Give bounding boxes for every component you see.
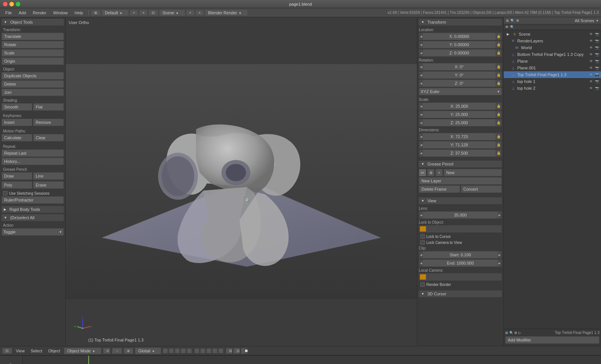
tt-visibility[interactable]: 👁 <box>588 72 593 77</box>
layer-3[interactable]: · <box>175 348 180 353</box>
clip-end-field[interactable]: ◀ End: 1000.000 ▶ <box>419 259 502 267</box>
origin-button[interactable]: Origin <box>2 57 64 65</box>
gp-draw-button[interactable]: Draw <box>2 172 32 180</box>
scene-visibility-icon[interactable]: 👁 <box>588 32 593 37</box>
gp-poly-button[interactable]: Poly <box>2 181 32 189</box>
scale-x-dec[interactable]: ◀ <box>419 103 423 110</box>
layer-4[interactable]: · <box>181 348 186 353</box>
outliner-view-icon[interactable]: 👁 <box>505 25 509 29</box>
clip-start-inc[interactable]: ▶ <box>498 251 501 258</box>
bt-render[interactable]: 📷 <box>594 52 599 57</box>
menu-add[interactable]: Add <box>16 10 29 16</box>
flat-button[interactable]: Flat <box>33 103 64 111</box>
overlay-btn-3[interactable]: 🔲 <box>241 348 248 354</box>
tt-render[interactable]: 📷 <box>594 72 599 77</box>
scale-z-dec[interactable]: ◀ <box>419 119 423 126</box>
location-z-field[interactable]: ◀ Z: 0.00000 🔒 <box>419 49 502 57</box>
scale-button[interactable]: Scale <box>2 49 64 57</box>
render-icons[interactable]: ⊡ <box>148 10 158 16</box>
gp-plus-icon[interactable]: + <box>435 169 443 176</box>
viewport[interactable]: User Ortho <box>66 17 417 346</box>
gp-delete-frame-button[interactable]: Delete Frame <box>419 185 460 193</box>
menu-help[interactable]: Help <box>72 10 86 16</box>
history-button[interactable]: History... <box>2 158 64 165</box>
dim-z-lock[interactable]: 🔒 <box>495 150 501 156</box>
join-button[interactable]: Join <box>2 89 64 96</box>
close-button[interactable] <box>3 2 8 6</box>
calculate-button[interactable]: Calculate <box>2 134 32 141</box>
gp-new-layer-button[interactable]: New Layer <box>419 177 502 185</box>
dim-y-dec[interactable]: ◀ <box>419 141 423 148</box>
mode-icon[interactable]: ⊙ <box>103 348 110 354</box>
location-x-field[interactable]: ◀ X: 0.00000 🔒 <box>419 33 502 40</box>
rotation-x-lock[interactable]: 🔒 <box>495 63 501 70</box>
lock-to-object-field[interactable] <box>419 225 502 233</box>
overlay-btn-2[interactable]: ⊡ <box>233 348 240 354</box>
location-y-lock[interactable]: 🔒 <box>495 41 501 48</box>
outliner-item[interactable]: △ top hole 2 👁 📷 <box>504 85 601 92</box>
th2-render[interactable]: 📷 <box>594 86 599 91</box>
layer-10[interactable]: · <box>218 348 223 353</box>
viewport-canvas[interactable] <box>66 17 417 346</box>
maximize-button[interactable] <box>16 2 20 6</box>
lens-dec[interactable]: ◀ <box>419 212 423 218</box>
rigid-body-header[interactable]: ▶ Rigid Body Tools <box>2 206 64 213</box>
rotation-x-dec[interactable]: ◀ <box>419 63 423 70</box>
clip-start-dec[interactable]: ◀ <box>419 251 423 258</box>
scale-y-dec[interactable]: ◀ <box>419 111 423 118</box>
scale-y-lock[interactable]: 🔒 <box>495 111 501 118</box>
gp-convert-button[interactable]: Convert <box>461 185 502 193</box>
outliner-item[interactable]: R RenderLayers 👁 📷 <box>504 38 601 44</box>
add-modifier-button[interactable]: Add Modifier <box>505 336 599 344</box>
location-x-dec[interactable]: ◀ <box>419 33 423 40</box>
gp-pencil-icon[interactable]: ✏ <box>419 169 426 176</box>
dim-x-lock[interactable]: 🔒 <box>495 133 501 140</box>
scale-x-field[interactable]: ◀ X: 25.000 🔒 <box>419 102 502 110</box>
scale-z-lock[interactable]: 🔒 <box>495 119 501 126</box>
th2-visibility[interactable]: 👁 <box>588 86 593 91</box>
outliner-scene[interactable]: ▶ S Scene 👁 📷 <box>504 31 601 38</box>
object-mode-dropdown[interactable]: Object Mode▼ <box>64 347 101 354</box>
layer-6[interactable]: · <box>194 348 199 353</box>
rl-visibility[interactable]: 👁 <box>588 38 593 44</box>
render-border-checkbox[interactable] <box>420 282 425 287</box>
outliner-item[interactable]: △ top hole 1 👁 📷 <box>504 78 601 85</box>
duplicate-objects-button[interactable]: Duplicate Objects <box>2 72 64 80</box>
layout-dropdown[interactable]: Default▼ <box>101 9 129 16</box>
clip-end-inc[interactable]: ▶ <box>498 260 501 266</box>
scene-add[interactable]: + <box>186 10 195 16</box>
rotation-z-field[interactable]: ◀ Z: 0° 🔒 <box>419 80 502 87</box>
expand-btn[interactable]: + <box>130 10 138 16</box>
dim-z-field[interactable]: ◀ Z: 37.500 🔒 <box>419 149 502 157</box>
dim-x-dec[interactable]: ◀ <box>419 133 423 140</box>
object-tools-header[interactable]: ▼ Object Tools <box>2 19 64 26</box>
use-sketching-row[interactable]: Use Sketching Sessions <box>2 190 64 196</box>
lock-to-cursor-row[interactable]: Lock to Cursor <box>419 233 502 239</box>
clear-button[interactable]: Clear <box>33 134 64 141</box>
outliner-item[interactable]: △ Plane.001 👁 📷 <box>504 65 601 71</box>
ruler-button[interactable]: Ruler/Protractor <box>2 196 64 204</box>
render-engine-dropdown[interactable]: Blender Render▼ <box>205 9 248 16</box>
snapping-icon[interactable]: ⊕ <box>124 348 133 354</box>
location-z-lock[interactable]: 🔒 <box>495 50 501 56</box>
render-border-row[interactable]: Render Border <box>419 281 502 287</box>
rotation-y-field[interactable]: ◀ Y: 0° 🔒 <box>419 71 502 79</box>
transform-icon[interactable]: ↔ <box>112 348 122 354</box>
layer-2[interactable]: · <box>169 348 174 353</box>
lock-camera-row[interactable]: Lock Camera to View <box>419 239 502 245</box>
lens-field[interactable]: ◀ 35.000 ▶ <box>419 211 502 219</box>
scene-render-icon[interactable]: 📷 <box>594 32 599 37</box>
gp-new-button[interactable]: New <box>444 169 502 176</box>
lock-to-cursor-checkbox[interactable] <box>420 234 425 239</box>
plane001-render[interactable]: 📷 <box>594 65 599 71</box>
rotation-y-lock[interactable]: 🔒 <box>495 72 501 78</box>
scale-x-lock[interactable]: 🔒 <box>495 103 501 110</box>
overlay-btn-1[interactable]: ⊟ <box>226 348 233 354</box>
layer-9[interactable]: · <box>212 348 217 353</box>
rotation-x-field[interactable]: ◀ X: 0° 🔒 <box>419 63 502 71</box>
close-editor-btn[interactable]: × <box>139 10 148 16</box>
translate-button[interactable]: Translate <box>2 33 64 40</box>
lock-camera-checkbox[interactable] <box>420 240 425 245</box>
dim-y-field[interactable]: ◀ Y: 71.128 🔒 <box>419 141 502 149</box>
scale-y-field[interactable]: ◀ Y: 25.000 🔒 <box>419 111 502 118</box>
